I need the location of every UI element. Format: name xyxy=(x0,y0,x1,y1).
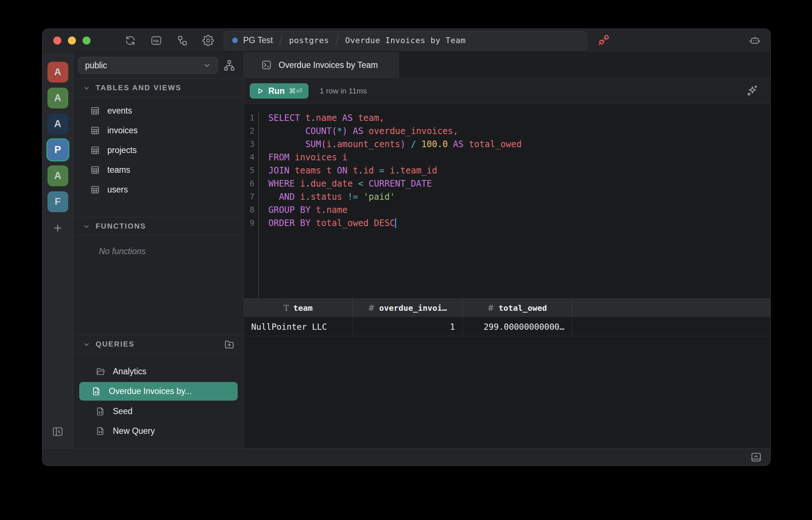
tab-bar: Overdue Invoices by Team xyxy=(244,52,770,78)
results-cell: 1 xyxy=(353,317,463,336)
schema-hierarchy-icon[interactable] xyxy=(223,59,235,72)
line-number-gutter: 123456789 xyxy=(244,111,259,298)
section-header-functions[interactable]: FUNCTIONS xyxy=(73,217,244,236)
chevron-down-icon xyxy=(83,341,90,348)
add-connection-button[interactable]: + xyxy=(50,221,65,236)
query-file-icon xyxy=(96,426,106,436)
results-column-header[interactable]: Tteam xyxy=(244,299,353,317)
refresh-icon[interactable] xyxy=(125,35,136,46)
section-title: TABLES AND VIEWS xyxy=(96,84,181,92)
results-cell: 299.00000000000… xyxy=(463,317,572,336)
schema-diagram-icon[interactable] xyxy=(176,35,188,46)
disconnected-plug-icon[interactable] xyxy=(596,33,610,48)
sidebar: public TABLES AND VIEWS eventsinvoicespr… xyxy=(73,52,244,448)
connection-avatar[interactable]: P xyxy=(47,139,68,160)
column-name: overdue_invoi… xyxy=(379,303,447,313)
query-file-icon xyxy=(92,386,102,396)
code-line: SELECT t.name AS team, xyxy=(268,111,522,125)
status-bar xyxy=(42,448,770,466)
table-grid-icon xyxy=(90,106,100,116)
query-name: Overdue Invoices by... xyxy=(109,386,192,396)
line-number: 1 xyxy=(250,111,254,125)
new-query-folder-icon[interactable] xyxy=(224,339,235,350)
close-window-button[interactable] xyxy=(53,37,61,45)
window-controls xyxy=(53,37,91,45)
folder-open-icon xyxy=(96,367,106,376)
queries-list: AnalyticsOverdue Invoices by...SeedNew Q… xyxy=(73,353,244,448)
table-name: users xyxy=(107,185,128,195)
sidebar-table-item[interactable]: projects xyxy=(73,140,244,160)
connection-avatar[interactable]: A xyxy=(47,165,68,186)
sidebar-table-item[interactable]: events xyxy=(73,101,244,121)
sql-editor-icon[interactable]: SQL xyxy=(150,35,162,46)
tab-overdue-invoices[interactable]: Overdue Invoices by Team xyxy=(244,52,400,78)
code-line: GROUP BY t.name xyxy=(268,203,522,217)
connection-avatar[interactable]: A xyxy=(47,114,68,134)
expand-panel-icon[interactable] xyxy=(750,451,762,463)
numeric-type-icon: # xyxy=(487,303,494,313)
chevron-down-icon xyxy=(83,223,90,230)
results-row[interactable]: NullPointer LLC1299.00000000000… xyxy=(244,317,770,336)
table-name: events xyxy=(107,106,132,116)
chevron-down-icon xyxy=(83,84,90,92)
tables-list: eventsinvoicesprojectsteamsusers xyxy=(73,97,244,199)
table-grid-icon xyxy=(90,165,100,175)
query-terminal-icon xyxy=(261,60,272,70)
connection-status-dot xyxy=(232,38,238,43)
ai-sparkle-icon[interactable] xyxy=(746,84,759,98)
breadcrumb-connection[interactable]: PG Test xyxy=(243,35,273,45)
sidebar-table-item[interactable]: invoices xyxy=(73,121,244,140)
column-name: team xyxy=(293,303,313,313)
line-number: 2 xyxy=(250,125,254,138)
results-rows: NullPointer LLC1299.00000000000… xyxy=(244,317,770,336)
results-column-header[interactable]: #overdue_invoi… xyxy=(353,299,463,317)
run-button-label: Run xyxy=(268,86,285,96)
run-button[interactable]: Run ⌘⏎ xyxy=(250,83,309,99)
connection-avatar[interactable]: A xyxy=(47,62,68,83)
zoom-window-button[interactable] xyxy=(83,37,91,45)
sidebar-query-item[interactable]: New Query xyxy=(79,421,238,441)
code-line: JOIN teams t ON t.id = i.team_id xyxy=(268,164,522,177)
text-type-icon: T xyxy=(284,303,289,313)
line-number: 8 xyxy=(250,203,254,217)
text-cursor xyxy=(395,218,396,228)
sidebar-table-item[interactable]: users xyxy=(73,180,244,199)
collapse-sidebar-icon[interactable] xyxy=(51,425,64,438)
connection-list: AAAPAF xyxy=(47,62,68,212)
query-file-icon xyxy=(96,406,106,416)
breadcrumb-query[interactable]: Overdue Invoices by Team xyxy=(345,36,466,45)
connection-avatar[interactable]: F xyxy=(47,191,68,212)
settings-gear-icon[interactable] xyxy=(202,35,214,46)
section-header-queries[interactable]: QUERIES xyxy=(73,335,244,353)
section-title: FUNCTIONS xyxy=(96,222,146,230)
schema-select[interactable]: public xyxy=(78,57,218,74)
table-name: invoices xyxy=(107,126,138,135)
ai-robot-icon[interactable] xyxy=(749,34,761,46)
play-icon xyxy=(256,87,264,95)
code-line: AND i.status != 'paid' xyxy=(268,190,522,203)
results-empty-area xyxy=(244,336,770,448)
schema-select-value: public xyxy=(85,61,107,70)
titlebar: SQL PG Test postgres Overdue Invoices by… xyxy=(42,29,770,52)
minimize-window-button[interactable] xyxy=(68,37,76,45)
section-header-tables[interactable]: TABLES AND VIEWS xyxy=(73,79,244,97)
code-line: FROM invoices i xyxy=(268,151,522,164)
sql-editor[interactable]: 123456789 SELECT t.name AS team, COUNT(*… xyxy=(244,104,770,298)
connection-avatar[interactable]: A xyxy=(47,88,68,108)
results-header: Tteam#overdue_invoi…#total_owed xyxy=(244,298,770,317)
sidebar-query-item[interactable]: Overdue Invoices by... xyxy=(79,382,238,401)
run-shortcut: ⌘⏎ xyxy=(289,87,302,95)
numeric-type-icon: # xyxy=(368,303,375,313)
results-column-header[interactable]: #total_owed xyxy=(463,299,572,317)
line-number: 6 xyxy=(250,177,254,190)
main-panel: Overdue Invoices by Team Run ⌘⏎ 1 row in… xyxy=(244,52,770,448)
breadcrumb-separator xyxy=(279,35,283,45)
breadcrumb[interactable]: PG Test postgres Overdue Invoices by Tea… xyxy=(224,31,587,50)
results-panel: Tteam#overdue_invoi…#total_owed NullPoin… xyxy=(244,298,770,448)
line-number: 7 xyxy=(250,190,254,203)
sidebar-query-item[interactable]: Seed xyxy=(79,401,238,421)
sidebar-query-item[interactable]: Analytics xyxy=(79,362,238,381)
sidebar-table-item[interactable]: teams xyxy=(73,160,244,180)
table-name: teams xyxy=(107,165,130,175)
breadcrumb-database[interactable]: postgres xyxy=(289,36,329,45)
